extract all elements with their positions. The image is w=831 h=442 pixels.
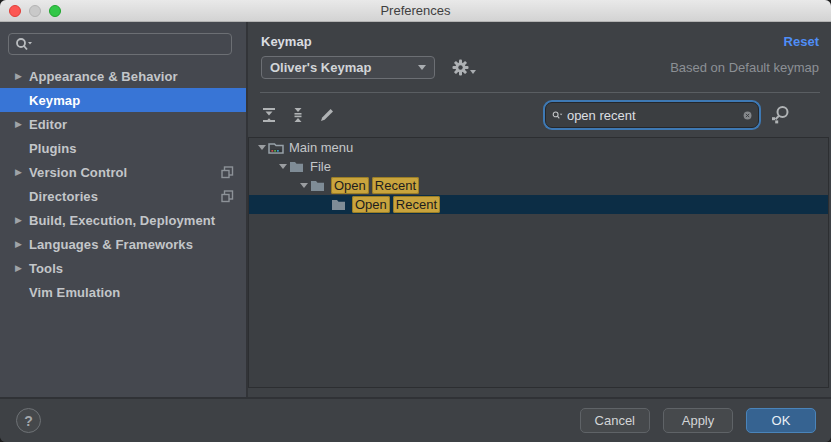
cancel-button[interactable]: Cancel xyxy=(580,408,650,433)
keymap-tree: Main menu File xyxy=(248,137,829,388)
tree-row[interactable]: OpenRecent xyxy=(249,176,828,195)
action-search-input[interactable] xyxy=(567,108,743,123)
titlebar: Preferences xyxy=(0,0,831,22)
tree-expand-icon[interactable] xyxy=(255,145,268,150)
settings-search-input[interactable] xyxy=(33,37,225,52)
tree-row-label: OpenRecent xyxy=(331,178,422,193)
main-menu-icon xyxy=(268,141,284,155)
search-match-word: Recent xyxy=(372,177,419,194)
sidebar-item-plugins[interactable]: ▶ Plugins xyxy=(0,136,246,160)
tree-expand-icon[interactable] xyxy=(276,164,289,169)
tree-expand-icon[interactable] xyxy=(297,183,310,188)
chevron-down-icon xyxy=(418,65,426,70)
tree-row-label: Main menu xyxy=(289,140,353,155)
keymap-panel: Keymap Reset Oliver's Keymap xyxy=(248,22,831,397)
sidebar-item-label: Editor xyxy=(29,117,67,132)
sidebar-item-appearance-behavior[interactable]: ▶ Appearance & Behavior xyxy=(0,64,246,88)
search-icon xyxy=(15,37,33,51)
tree-row[interactable]: OpenRecent xyxy=(249,195,828,214)
expand-arrow-icon[interactable]: ▶ xyxy=(15,239,29,249)
settings-search-field[interactable] xyxy=(8,33,232,55)
ok-button[interactable]: OK xyxy=(746,408,816,433)
sidebar-item-label: Directories xyxy=(29,189,98,204)
footer-bar: ? Cancel Apply OK xyxy=(0,397,831,442)
edit-shortcut-button[interactable] xyxy=(319,107,335,123)
tree-row-label: File xyxy=(310,159,331,174)
keymap-toolbar xyxy=(248,93,831,137)
tree-row[interactable]: File xyxy=(249,157,828,176)
project-settings-icon xyxy=(221,166,234,179)
find-by-shortcut-icon[interactable] xyxy=(769,105,791,125)
sidebar-item-editor[interactable]: ▶ Editor xyxy=(0,112,246,136)
panel-header: Keymap Reset xyxy=(261,34,819,49)
chevron-down-icon xyxy=(470,70,476,74)
help-button[interactable]: ? xyxy=(16,408,41,433)
tree-row[interactable]: Main menu xyxy=(249,138,828,157)
expand-arrow-icon[interactable]: ▶ xyxy=(15,215,29,225)
sidebar-item-vim-emulation[interactable]: ▶ Vim Emulation xyxy=(0,280,246,304)
sidebar-item-label: Plugins xyxy=(29,141,77,156)
keymap-select-value: Oliver's Keymap xyxy=(270,60,371,75)
keymap-controls: Oliver's Keymap xyxy=(261,56,819,79)
folder-icon xyxy=(331,198,346,211)
sidebar-item-version-control[interactable]: ▶ Version Control xyxy=(0,160,246,184)
sidebar-item-label: Build, Execution, Deployment xyxy=(29,213,215,228)
sidebar-item-directories[interactable]: ▶ Directories xyxy=(0,184,246,208)
window-title: Preferences xyxy=(0,3,831,18)
folder-icon xyxy=(289,160,304,173)
sidebar-nav: ▶ Appearance & Behavior ▶ Keymap ▶ Edito… xyxy=(0,64,246,304)
sidebar-item-tools[interactable]: ▶ Tools xyxy=(0,256,246,280)
page-title: Keymap xyxy=(261,34,312,49)
sidebar-item-label: Keymap xyxy=(29,93,80,108)
expand-all-button[interactable] xyxy=(261,107,277,123)
search-match-word: Open xyxy=(331,177,369,194)
apply-button[interactable]: Apply xyxy=(663,408,733,433)
gear-icon xyxy=(452,59,469,76)
based-on-label: Based on Default keymap xyxy=(670,60,819,75)
sidebar-item-label: Languages & Frameworks xyxy=(29,237,193,252)
search-match-word: Recent xyxy=(393,196,440,213)
sidebar-item-build-execution-deployment[interactable]: ▶ Build, Execution, Deployment xyxy=(0,208,246,232)
preferences-window: Preferences ▶ Appearance & Behavior xyxy=(0,0,831,442)
sidebar-item-label: Tools xyxy=(29,261,63,276)
keymap-select[interactable]: Oliver's Keymap xyxy=(261,56,435,79)
search-icon xyxy=(552,108,563,122)
project-settings-icon xyxy=(221,190,234,203)
sidebar-item-label: Vim Emulation xyxy=(29,285,120,300)
clear-search-icon[interactable] xyxy=(743,108,752,123)
sidebar-item-keymap[interactable]: ▶ Keymap xyxy=(0,88,246,112)
expand-arrow-icon[interactable]: ▶ xyxy=(15,119,29,129)
action-search-field[interactable] xyxy=(545,102,759,128)
search-match-word: Open xyxy=(352,196,390,213)
collapse-all-button[interactable] xyxy=(290,107,306,123)
expand-arrow-icon[interactable]: ▶ xyxy=(15,263,29,273)
keymap-options-button[interactable] xyxy=(452,59,476,76)
reset-link[interactable]: Reset xyxy=(784,34,819,49)
content: ▶ Appearance & Behavior ▶ Keymap ▶ Edito… xyxy=(0,22,831,397)
sidebar-item-label: Appearance & Behavior xyxy=(29,69,178,84)
expand-arrow-icon[interactable]: ▶ xyxy=(15,71,29,81)
settings-sidebar: ▶ Appearance & Behavior ▶ Keymap ▶ Edito… xyxy=(0,22,248,397)
sidebar-item-label: Version Control xyxy=(29,165,127,180)
sidebar-item-languages-frameworks[interactable]: ▶ Languages & Frameworks xyxy=(0,232,246,256)
expand-arrow-icon[interactable]: ▶ xyxy=(15,167,29,177)
tree-row-label: OpenRecent xyxy=(352,197,443,212)
folder-icon xyxy=(310,179,325,192)
